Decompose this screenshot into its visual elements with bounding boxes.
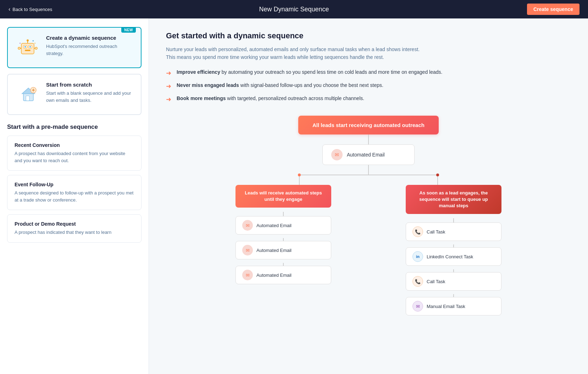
single-email-icon: ✉ bbox=[331, 149, 343, 160]
left-step-1-label: Automated Email bbox=[256, 248, 292, 253]
main-layout: NEW ✦ ✦ bbox=[0, 18, 588, 374]
benefit-0-bold: Improve efficiency bbox=[177, 69, 220, 75]
premade-card-0-title: Recent Conversion bbox=[15, 142, 134, 148]
benefit-0-icon: ➜ bbox=[166, 68, 173, 78]
right-connector-2 bbox=[453, 244, 454, 247]
branch-svg-connector bbox=[237, 165, 500, 185]
content-title: Get started with a dynamic sequence bbox=[166, 31, 571, 40]
left-step-0-label: Automated Email bbox=[256, 223, 292, 228]
left-step-1-icon: ✉ bbox=[242, 245, 253, 255]
right-step-3-icon: ✉ bbox=[412, 301, 423, 312]
left-step-2-icon: ✉ bbox=[242, 270, 253, 280]
create-dynamic-card[interactable]: NEW ✦ ✦ bbox=[7, 27, 142, 68]
right-branch: As soon as a lead engages, the sequence … bbox=[404, 185, 503, 319]
right-step-2-label: Call Task bbox=[427, 279, 445, 284]
benefit-0: ➜ Improve efficiency by automating your … bbox=[166, 68, 571, 78]
left-connector-2 bbox=[283, 238, 284, 241]
back-label: Back to Sequences bbox=[12, 7, 52, 12]
flow-start-label: All leads start receiving automated outr… bbox=[312, 122, 425, 128]
premade-section-title: Start with a pre-made sequence bbox=[7, 123, 142, 131]
left-branch-label: Leads will receive automated steps until… bbox=[235, 185, 331, 208]
svg-point-4 bbox=[29, 46, 31, 48]
left-connector-3 bbox=[283, 263, 284, 266]
dynamic-card-text: Create a dynamic sequence HubSpot's reco… bbox=[46, 35, 134, 57]
left-step-0-icon: ✉ bbox=[242, 220, 253, 231]
svg-rect-17 bbox=[26, 96, 29, 101]
sidebar: NEW ✦ ✦ bbox=[0, 18, 149, 374]
benefit-2: ➜ Book more meetings with targeted, pers… bbox=[166, 95, 571, 104]
left-step-0: ✉ Automated Email bbox=[235, 216, 331, 235]
premade-card-1[interactable]: Event Follow-Up A sequence designed to f… bbox=[7, 175, 142, 210]
premade-card-2-title: Product or Demo Request bbox=[15, 221, 134, 227]
scratch-card-title: Start from scratch bbox=[46, 82, 134, 88]
svg-point-26 bbox=[436, 174, 439, 176]
right-step-1-icon: in bbox=[412, 251, 423, 262]
premade-card-1-title: Event Follow-Up bbox=[15, 182, 134, 187]
svg-rect-5 bbox=[25, 50, 30, 51]
left-step-2-label: Automated Email bbox=[256, 273, 292, 278]
right-connector-4 bbox=[453, 294, 454, 297]
benefits-list: ➜ Improve efficiency by automating your … bbox=[166, 68, 571, 104]
benefit-2-rest: with targeted, personalized outreach acr… bbox=[226, 95, 364, 101]
new-badge: NEW bbox=[121, 27, 136, 33]
single-email-box: ✉ Automated Email bbox=[322, 144, 415, 165]
benefit-1-icon: ➜ bbox=[166, 82, 173, 91]
create-sequence-button[interactable]: Create sequence bbox=[527, 4, 579, 15]
right-step-0-icon: 📞 bbox=[412, 226, 423, 237]
right-branch-label: As soon as a lead engages, the sequence … bbox=[406, 185, 501, 214]
left-branch: Leads will receive automated steps until… bbox=[234, 185, 333, 288]
right-step-1: in LinkedIn Connect Task bbox=[406, 247, 501, 266]
right-connector-3 bbox=[453, 269, 454, 272]
premade-card-0-desc: A prospect has downloaded content from y… bbox=[15, 150, 134, 164]
left-connector-1 bbox=[283, 212, 284, 216]
right-step-2: 📞 Call Task bbox=[406, 272, 501, 291]
page-title: New Dynamic Sequence bbox=[259, 6, 329, 13]
svg-point-7 bbox=[27, 39, 29, 42]
right-step-2-icon: 📞 bbox=[412, 276, 423, 287]
svg-text:✦: ✦ bbox=[34, 42, 36, 44]
svg-point-3 bbox=[24, 46, 26, 48]
right-branch-label-text: As soon as a lead engages, the sequence … bbox=[419, 190, 488, 208]
right-step-0: 📞 Call Task bbox=[406, 222, 501, 241]
connector-v-1 bbox=[368, 134, 369, 144]
single-email-label: Automated Email bbox=[347, 152, 385, 158]
scratch-card[interactable]: Start from scratch Start with a blank se… bbox=[7, 74, 142, 115]
top-nav: ‹ Back to Sequences New Dynamic Sequence… bbox=[0, 0, 588, 18]
scratch-card-text: Start from scratch Start with a blank se… bbox=[46, 82, 134, 104]
flow-start-box: All leads start receiving automated outr… bbox=[298, 116, 439, 134]
right-step-3-label: Manual Email Task bbox=[427, 304, 465, 309]
left-branch-label-text: Leads will receive automated steps until… bbox=[245, 190, 322, 202]
premade-card-1-desc: A sequence designed to follow-up with a … bbox=[15, 189, 134, 203]
left-step-2: ✉ Automated Email bbox=[235, 266, 331, 284]
premade-card-2-desc: A prospect has indicated that they want … bbox=[15, 229, 134, 236]
scratch-icon bbox=[15, 82, 40, 107]
branch-row: Leads will receive automated steps until… bbox=[234, 185, 503, 319]
benefit-1-bold: Never miss engaged leads bbox=[177, 82, 239, 88]
right-step-0-label: Call Task bbox=[427, 229, 445, 235]
benefit-2-bold: Book more meetings bbox=[177, 95, 226, 101]
benefit-0-text: Improve efficiency by automating your ou… bbox=[177, 68, 442, 76]
scratch-card-desc: Start with a blank sequence and add your… bbox=[46, 90, 134, 104]
premade-card-2[interactable]: Product or Demo Request A prospect has i… bbox=[7, 214, 142, 243]
premade-card-0[interactable]: Recent Conversion A prospect has downloa… bbox=[7, 136, 142, 171]
content-area: Get started with a dynamic sequence Nurt… bbox=[149, 18, 588, 374]
benefit-1-rest: with signal-based follow-ups and you cho… bbox=[239, 82, 383, 88]
right-step-3: ✉ Manual Email Task bbox=[406, 297, 501, 315]
right-connector-1 bbox=[453, 218, 454, 222]
benefit-1: ➜ Never miss engaged leads with signal-b… bbox=[166, 82, 571, 91]
dynamic-card-title: Create a dynamic sequence bbox=[46, 35, 134, 41]
benefit-1-text: Never miss engaged leads with signal-bas… bbox=[177, 82, 383, 89]
benefit-2-text: Book more meetings with targeted, person… bbox=[177, 95, 364, 102]
svg-rect-0 bbox=[21, 43, 34, 54]
svg-point-25 bbox=[298, 174, 301, 176]
flow-diagram: All leads start receiving automated outr… bbox=[166, 116, 571, 319]
back-arrow-icon: ‹ bbox=[9, 6, 10, 12]
back-button[interactable]: ‹ Back to Sequences bbox=[9, 6, 52, 12]
left-step-1: ✉ Automated Email bbox=[235, 241, 331, 259]
dynamic-card-desc: HubSpot's recommended outreach strategy. bbox=[46, 43, 134, 57]
svg-point-10 bbox=[18, 47, 20, 49]
svg-text:✦: ✦ bbox=[19, 42, 21, 44]
right-step-1-label: LinkedIn Connect Task bbox=[427, 254, 473, 259]
svg-point-11 bbox=[35, 47, 37, 49]
dynamic-sequence-icon: ✦ ✦ ✦ bbox=[15, 35, 40, 60]
